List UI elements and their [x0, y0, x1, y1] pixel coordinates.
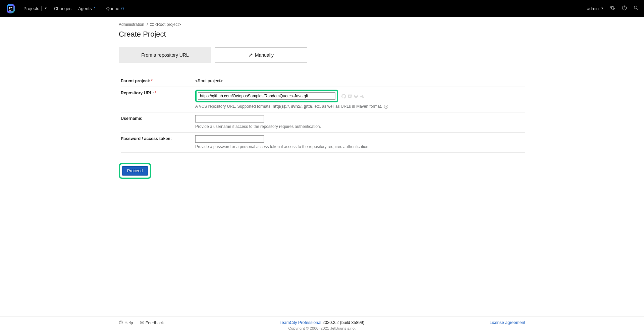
svg-rect-2	[9, 10, 11, 11]
svg-point-5	[634, 6, 637, 9]
tab-manually[interactable]: Manually	[215, 47, 307, 63]
form-actions: Proceed	[119, 163, 525, 179]
tab-from-url[interactable]: From a repository URL	[119, 47, 211, 63]
azure-icon	[360, 94, 364, 99]
chevron-down-icon: ▼	[601, 7, 604, 10]
parent-project-label: Parent project:*	[121, 78, 195, 83]
nav-agents[interactable]: Agents 1	[78, 6, 96, 11]
vcs-provider-icons	[341, 94, 364, 99]
nav-queue[interactable]: Queue 0	[106, 6, 124, 11]
password-label: Password / access token:	[121, 135, 195, 149]
user-name: admin	[587, 6, 599, 11]
nav-divider	[41, 6, 42, 11]
breadcrumb-root-label: <Root project>	[155, 22, 181, 27]
svg-point-4	[624, 9, 625, 9]
grid-icon	[150, 22, 154, 27]
svg-rect-9	[150, 25, 152, 26]
breadcrumb-separator: /	[147, 22, 148, 27]
gitlab-icon	[354, 94, 358, 99]
password-row: Password / access token: Provide a passw…	[121, 133, 525, 153]
nav-projects-label: Projects	[23, 6, 39, 11]
svg-text:TC: TC	[9, 7, 13, 10]
repository-url-row: Repository URL:* A VCS repository URL. S…	[121, 87, 525, 112]
agents-count: 1	[94, 6, 96, 11]
github-icon	[341, 94, 346, 99]
nav-projects[interactable]: Projects ▼	[23, 6, 47, 11]
tab-manually-label: Manually	[255, 52, 274, 58]
teamcity-logo[interactable]: TC	[5, 3, 17, 14]
repository-url-hint: A VCS repository URL. Supported formats:…	[195, 104, 525, 109]
queue-count: 0	[121, 6, 124, 11]
parent-project-value: <Root project>	[195, 78, 525, 83]
svg-rect-10	[152, 25, 154, 26]
repository-url-input[interactable]	[198, 92, 335, 100]
user-menu[interactable]: admin ▼	[587, 6, 604, 11]
help-icon[interactable]	[622, 5, 627, 12]
repository-url-label: Repository URL:*	[121, 90, 195, 109]
main-content: Administration / <Root project> Create P…	[119, 17, 525, 184]
nav-agents-label: Agents	[78, 6, 92, 11]
username-row: Username: Provide a username if access t…	[121, 112, 525, 133]
svg-rect-7	[150, 23, 152, 24]
username-hint: Provide a username if access to the repo…	[195, 124, 525, 129]
proceed-button[interactable]: Proceed	[122, 166, 148, 176]
wrench-icon	[248, 53, 253, 57]
highlight-repository-url	[195, 90, 338, 102]
username-input[interactable]	[195, 115, 264, 123]
nav-queue-label: Queue	[106, 6, 119, 11]
svg-rect-8	[152, 23, 154, 24]
breadcrumb-admin[interactable]: Administration	[119, 22, 144, 27]
top-header: TC Projects ▼ Changes Agents 1 Queue 0 a…	[0, 0, 644, 17]
password-input[interactable]	[195, 135, 264, 143]
page-title: Create Project	[119, 30, 525, 39]
parent-project-row: Parent project:* <Root project>	[121, 75, 525, 87]
search-icon[interactable]	[633, 5, 639, 12]
admin-gear-icon[interactable]	[610, 5, 615, 12]
breadcrumb-root[interactable]: <Root project>	[150, 22, 181, 27]
bitbucket-icon	[347, 94, 352, 99]
breadcrumb: Administration / <Root project>	[119, 22, 525, 27]
highlight-proceed: Proceed	[119, 163, 151, 179]
tab-from-url-label: From a repository URL	[141, 52, 189, 58]
help-tooltip-icon[interactable]: ?	[384, 105, 388, 109]
password-hint: Provide a password or a personal access …	[195, 144, 525, 149]
svg-line-6	[637, 9, 638, 10]
chevron-down-icon: ▼	[44, 7, 47, 10]
create-method-tabs: From a repository URL Manually	[119, 47, 525, 63]
nav-changes[interactable]: Changes	[54, 6, 71, 11]
username-label: Username:	[121, 115, 195, 129]
create-project-form: Parent project:* <Root project> Reposito…	[121, 75, 525, 179]
